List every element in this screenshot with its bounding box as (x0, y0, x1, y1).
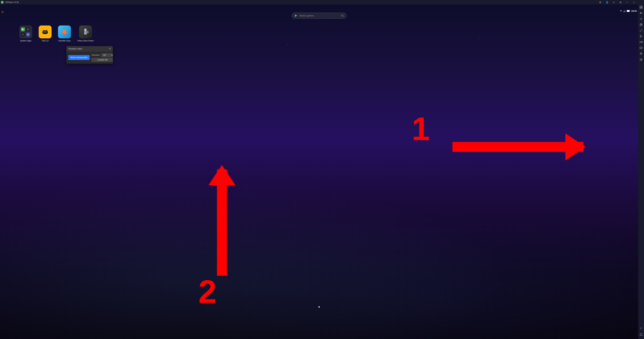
definition-row: Definition: HD SD Full HD (92, 53, 113, 57)
svg-text:L: L (2, 2, 3, 3)
dialog-close-button[interactable]: ✕ (109, 48, 111, 50)
stumble-guys-icon (58, 26, 71, 38)
artery-gear-icon (79, 26, 92, 38)
svg-point-40 (64, 30, 64, 30)
svg-point-29 (46, 32, 46, 32)
warning-icon: ⚠ (1, 10, 4, 14)
definition-select[interactable]: HD SD Full HD (101, 53, 113, 57)
dialog-body: Mulai merekam(F8) Definition: HD SD Full… (66, 52, 113, 64)
dialog-right: Definition: HD SD Full HD Luaskan file (92, 53, 113, 62)
artery-gear-label: Artery Gear:Fusion (77, 40, 94, 42)
svg-point-31 (46, 32, 46, 32)
main-area: ⚠ 19.01 (0, 4, 220, 124)
svg-rect-34 (46, 30, 47, 31)
svg-rect-37 (63, 28, 66, 29)
app-item-system-apps[interactable]: System Apps (19, 26, 32, 42)
svg-rect-25 (42, 30, 48, 34)
dialog-title: Perekam video (68, 48, 82, 50)
svg-point-32 (45, 32, 46, 32)
background (0, 4, 220, 124)
titlebar: L LDPlayer 4.0.81 ⚙ 👤 ≡ ⧉ ─ □ ✕ (0, 0, 220, 4)
luaskan-file-button[interactable]: Luaskan file (92, 58, 113, 62)
app-item-toko-ld[interactable]: Toko LD (39, 26, 52, 42)
titlebar-logo: L (0, 0, 4, 4)
svg-point-45 (63, 34, 64, 36)
svg-point-50 (85, 30, 86, 30)
system-apps-label: System Apps (20, 40, 32, 42)
system-apps-icon (19, 26, 32, 38)
app-item-stumble-guys[interactable]: Stumble Guys (58, 26, 71, 42)
dialog-header: Perekam video ✕ (66, 46, 113, 52)
definition-label: Definition: (92, 54, 100, 56)
toko-ld-label: Toko LD (42, 40, 49, 42)
titlebar-title: LDPlayer 4.0.81 (5, 1, 19, 4)
svg-point-48 (87, 32, 89, 33)
app-item-artery-gear[interactable]: Artery Gear:Fusion (77, 26, 94, 42)
toko-ld-icon (39, 26, 52, 38)
svg-point-41 (65, 30, 65, 30)
stumble-guys-label: Stumble Guys (58, 40, 70, 42)
video-dialog: Perekam video ✕ Mulai merekam(F8) Defini… (66, 46, 113, 64)
svg-point-46 (65, 34, 66, 36)
svg-point-30 (46, 32, 47, 32)
apps-row: System Apps (19, 26, 94, 42)
svg-rect-33 (43, 30, 44, 31)
start-record-button[interactable]: Mulai merekam(F8) (68, 55, 90, 60)
svg-point-24 (28, 34, 28, 34)
